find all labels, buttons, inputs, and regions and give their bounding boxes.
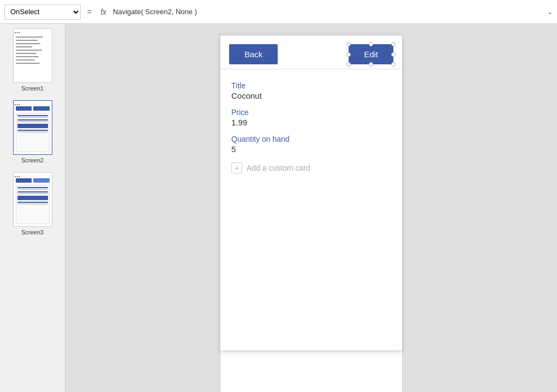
handle-ml — [346, 52, 351, 57]
sidebar-item-screen3[interactable]: ••• Screen3 — [4, 172, 61, 236]
sidebar-item-screen1[interactable]: ••• Screen1 — [4, 28, 61, 92]
handle-tr — [391, 42, 396, 46]
add-custom-card-label: Add a custom card — [247, 164, 310, 172]
s1-line2 — [16, 40, 38, 41]
field-value-price: 1.99 — [231, 118, 391, 127]
screen1-label: Screen1 — [21, 85, 44, 92]
s2-field2 — [17, 119, 48, 120]
canvas-area: Back Edit — [65, 24, 557, 392]
screen3-body — [16, 185, 50, 224]
field-label-quantity: Quantity on hand — [231, 135, 391, 143]
screen2-thumbnail: ••• — [13, 100, 52, 155]
s1-line6 — [16, 53, 37, 54]
s3-blue-box — [17, 196, 48, 200]
screen1-dots: ••• — [15, 30, 21, 35]
sidebar-item-screen2[interactable]: ••• Screen2 — [4, 100, 61, 164]
s2-edit-btn — [33, 106, 50, 111]
s1-line7 — [16, 56, 39, 57]
phone-frame-top: Back Edit — [220, 35, 403, 351]
s3-btn1 — [16, 178, 32, 183]
screen3-label: Screen3 — [21, 229, 44, 236]
field-label-title: Title — [231, 81, 391, 90]
chevron-down-icon[interactable]: ⌄ — [547, 8, 553, 16]
s3-field1 — [17, 187, 48, 188]
formula-fx-icon: fx — [98, 8, 109, 16]
s2-value2 — [17, 121, 48, 122]
handle-bl — [346, 62, 351, 67]
handle-mr — [391, 52, 396, 57]
s3-value2 — [17, 193, 48, 194]
s3-btn2 — [33, 178, 50, 183]
canvas-lower — [220, 351, 403, 392]
s1-line4 — [16, 46, 32, 47]
screen1-thumbnail: ••• — [13, 28, 52, 83]
plus-icon: + — [231, 162, 242, 173]
edit-button[interactable]: Edit — [349, 44, 393, 64]
s2-value1 — [17, 117, 48, 118]
formula-select[interactable]: OnSelect — [4, 4, 81, 20]
main-area: ••• Screen1 ••• — [0, 24, 557, 392]
field-value-title: Coconut — [231, 91, 391, 100]
edit-button-wrapper: Edit — [349, 44, 393, 64]
screen2-label: Screen2 — [21, 157, 44, 164]
form-body: Title Coconut Price 1.99 Quantity on han… — [220, 69, 402, 184]
screen2-body — [16, 113, 50, 152]
s2-back-btn — [16, 106, 32, 111]
s1-line5 — [16, 50, 42, 51]
formula-bar: OnSelect = fx ⌄ — [0, 0, 557, 24]
formula-equals: = — [85, 8, 94, 16]
add-custom-card-row[interactable]: + Add a custom card — [231, 162, 391, 173]
button-row: Back Edit — [220, 35, 402, 69]
s1-line8 — [16, 59, 35, 61]
formula-input[interactable] — [113, 4, 543, 20]
sidebar: ••• Screen1 ••• — [0, 24, 65, 392]
field-value-quantity: 5 — [231, 144, 391, 154]
s3-field2 — [17, 191, 48, 192]
s2-field3 — [17, 130, 48, 131]
screen2-header — [16, 106, 50, 111]
s2-field1 — [17, 115, 48, 116]
screen3-header — [16, 178, 50, 183]
s2-value3 — [17, 131, 48, 132]
handle-tc — [369, 42, 373, 46]
back-button[interactable]: Back — [229, 44, 278, 64]
s3-field3 — [17, 202, 48, 203]
s2-blue-box — [17, 124, 48, 128]
s3-value3 — [17, 203, 48, 204]
s1-line1 — [16, 37, 43, 38]
field-label-price: Price — [231, 108, 391, 117]
handle-br — [391, 62, 396, 67]
s1-line3 — [16, 43, 40, 44]
screen3-thumbnail: ••• — [13, 172, 52, 227]
s3-value1 — [17, 189, 48, 190]
s1-line9 — [16, 63, 40, 64]
handle-bc — [369, 62, 373, 67]
